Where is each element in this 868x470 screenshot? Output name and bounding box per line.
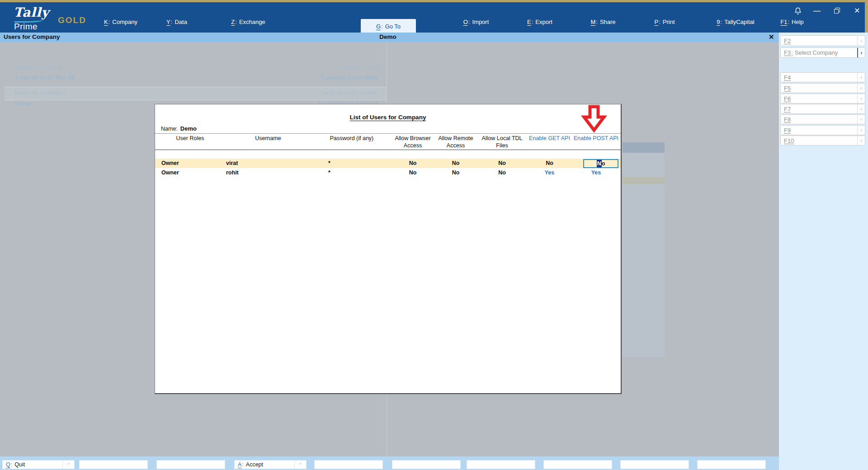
sidebar-f5-button[interactable]: F5 ‹: [780, 83, 865, 93]
company-name-title: Demo: [379, 33, 396, 40]
col-allow-remote: Allow Remote Access: [433, 135, 478, 150]
name-of-company-label: NAME OF COMPANY: [14, 90, 66, 96]
nav-tallycapital[interactable]: 9TallyCapital: [717, 19, 754, 25]
close-x-icon[interactable]: ✕: [769, 33, 774, 41]
background-company-name: Demo: [14, 100, 31, 107]
sidebar-f6-button[interactable]: F6 ‹: [780, 94, 865, 103]
nav-print[interactable]: PPrint: [654, 19, 675, 25]
chevron-left-icon: ‹: [857, 136, 865, 145]
report-titlebar: Users for Company Demo ✕: [0, 33, 779, 42]
sidebar-f8-button[interactable]: F8 ‹: [780, 114, 865, 124]
page-title: Users for Company: [4, 33, 60, 40]
date-of-last-entry-label: DATE OF LAST ENTRY: [242, 90, 377, 96]
minimize-icon[interactable]: —: [813, 7, 821, 14]
edition-badge: GOLD: [58, 15, 86, 25]
sidebar-f2-button[interactable]: F2 ‹: [780, 35, 865, 46]
accept-button[interactable]: AAccept ^: [234, 460, 307, 469]
nav-data[interactable]: YData: [166, 19, 187, 25]
col-enable-post-api: Enable POST API: [573, 135, 619, 150]
chevron-left-icon: ‹: [857, 126, 865, 135]
name-label: Name:: [161, 126, 178, 132]
gold-edition-border-right: [865, 2, 868, 33]
expand-caret-icon[interactable]: ^: [62, 461, 74, 469]
empty-action-slot: [79, 460, 148, 469]
empty-action-slot: [392, 460, 461, 469]
col-allow-tdl: Allow Local TDL Files: [478, 135, 526, 150]
notification-bell-icon[interactable]: [793, 7, 802, 16]
empty-action-slot: [467, 460, 535, 469]
user-row-rohit[interactable]: Owner rohit * No No No Yes Yes: [155, 168, 621, 178]
text-cursor: N: [597, 160, 602, 167]
empty-action-slot: [314, 460, 383, 469]
empty-action-slot: [697, 460, 766, 469]
dialog-title: List of Users for Company: [155, 114, 621, 121]
col-username: Username: [225, 135, 311, 150]
empty-action-slot: [543, 460, 612, 469]
sidebar-f10-button[interactable]: F10 ‹: [780, 136, 865, 146]
chevron-left-icon: ‹: [857, 73, 865, 82]
quit-button[interactable]: QQuit ^: [2, 460, 75, 469]
chevron-left-icon: ‹: [857, 94, 865, 103]
sidebar-f9-button[interactable]: F9 ‹: [780, 125, 865, 135]
nav-company[interactable]: KCompany: [104, 19, 137, 25]
chevron-left-icon: ‹: [857, 104, 865, 113]
nav-import[interactable]: OImport: [463, 19, 489, 25]
empty-action-slot: [156, 460, 225, 469]
background-menu-panel-selection: [623, 177, 665, 184]
enable-post-api-input[interactable]: No: [583, 159, 618, 168]
col-user-roles: User Roles: [155, 135, 225, 150]
current-date-label: CURRENT DATE: [242, 65, 377, 70]
chevron-left-icon: ‹: [857, 84, 865, 93]
chevron-left-icon: ‹: [857, 36, 865, 46]
chevron-left-icon: ‹: [857, 48, 865, 57]
col-password: Password (if any): [311, 135, 392, 150]
col-enable-get-api: Enable GET API: [526, 135, 573, 150]
users-table-header: User Roles Username Password (if any) Al…: [155, 133, 621, 150]
nav-share[interactable]: MShare: [590, 19, 615, 25]
company-name-row: Name:Demo: [161, 125, 197, 132]
gold-edition-border: [0, 0, 868, 2]
sidebar-f3-select-company-button[interactable]: F3 Select Company ‹: [780, 47, 865, 58]
restore-icon[interactable]: [834, 8, 840, 14]
tally-prime-label: Prime: [14, 22, 38, 32]
top-navbar: Tally Prime GOLD KCompany YData ZExchang…: [0, 2, 868, 33]
empty-action-slot: [620, 460, 689, 469]
current-date-value: Tuesday, 1-Apr-2025: [242, 74, 377, 81]
tally-logo: Tally: [14, 5, 49, 20]
nav-export[interactable]: EExport: [527, 19, 552, 25]
function-key-sidebar: F2 ‹ F3 Select Company ‹ F4 ‹ F5 ‹ F6 ‹ …: [779, 33, 868, 470]
close-icon[interactable]: ✕: [854, 6, 860, 15]
nav-exchange[interactable]: ZExchange: [231, 19, 265, 25]
user-row-virat[interactable]: Owner virat * No No No No No: [155, 159, 621, 168]
expand-caret-icon[interactable]: ^: [294, 461, 306, 469]
name-value: Demo: [180, 125, 197, 132]
background-menu-panel-header: [623, 142, 665, 153]
bottom-action-bar: QQuit ^ AAccept ^: [0, 456, 779, 470]
list-of-users-dialog: List of Users for Company Name:Demo User…: [155, 104, 622, 394]
red-arrow-annotation-icon: [580, 105, 608, 133]
chevron-left-icon: ‹: [857, 115, 865, 124]
sidebar-f7-button[interactable]: F7 ‹: [780, 104, 865, 114]
col-allow-browser: Allow Browser Access: [392, 135, 433, 150]
sidebar-f4-button[interactable]: F4 ‹: [780, 72, 865, 82]
current-period-value: 1-Apr-25 to 31-Mar-26: [14, 74, 75, 81]
nav-help[interactable]: F1Help: [780, 19, 804, 25]
current-period-label: CURRENT PERIOD: [14, 65, 61, 70]
background-menu-panel: [623, 142, 665, 357]
nav-go-to[interactable]: GGo To: [361, 19, 416, 34]
tallyprime-window: Tally Prime GOLD KCompany YData ZExchang…: [0, 0, 868, 470]
